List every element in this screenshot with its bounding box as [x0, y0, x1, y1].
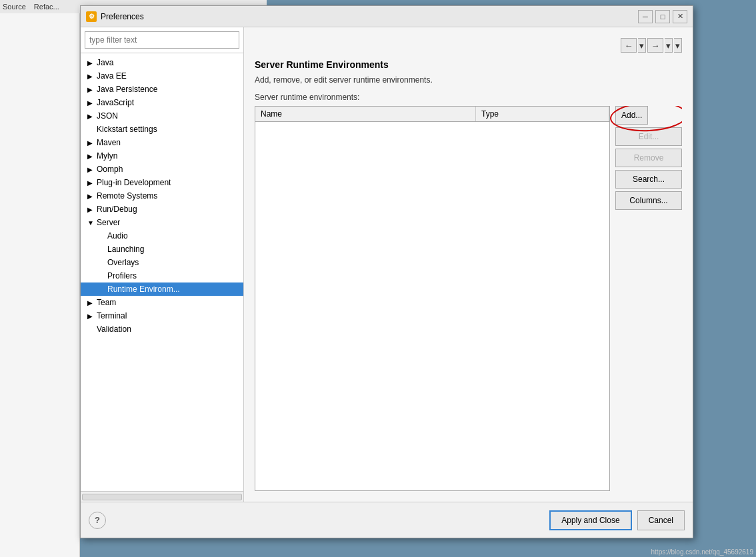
tree-item-label: Java: [97, 58, 113, 67]
tree-arrow-icon: ▶: [87, 206, 94, 213]
tree-arrow-icon: ▶: [87, 193, 94, 200]
section-description: Add, remove, or edit server runtime envi…: [255, 75, 682, 85]
tree-arrow-icon: ▶: [87, 99, 94, 107]
tree-item[interactable]: ▶Team: [81, 296, 243, 309]
tree-arrow-icon: [98, 233, 105, 240]
tree-item[interactable]: ▶Plug-in Development: [81, 176, 243, 189]
table-and-buttons-area: Name Type Add... Edit... Remove Search..…: [255, 106, 682, 491]
tree-item[interactable]: ▶Java Persistence: [81, 83, 243, 96]
tree-item[interactable]: Kickstart settings: [81, 123, 243, 136]
add-button[interactable]: Add...: [615, 106, 648, 125]
tree-arrow-icon: ▶: [87, 59, 94, 67]
tree-arrow-icon: ▶: [87, 73, 94, 80]
tree-arrow-icon: [98, 286, 105, 293]
menu-dropdown[interactable]: ▾: [674, 38, 682, 53]
menu-refac: Refac...: [34, 3, 59, 11]
table-body: [255, 122, 609, 490]
tree-arrow-icon: ▶: [87, 113, 94, 120]
add-btn-wrap: Add...: [615, 106, 682, 125]
forward-button[interactable]: →: [647, 38, 663, 53]
url-watermark: https://blog.csdn.net/qq_45692619: [649, 547, 756, 557]
tree-arrow-icon: [87, 126, 94, 133]
right-panel: ← ▾ → ▾ ▾ Server Runtime Environments Ad…: [244, 27, 693, 502]
tree-arrow-icon: [98, 273, 105, 280]
tree-item-label: Remote Systems: [97, 191, 157, 201]
tree-item-label: Java EE: [97, 71, 127, 81]
tree-item[interactable]: ▶Run/Debug: [81, 203, 243, 216]
tree-arrow-icon: ▶: [87, 299, 94, 306]
tree-item[interactable]: ▼Server: [81, 216, 243, 229]
remove-button[interactable]: Remove: [615, 149, 682, 167]
tree-arrow-icon: [98, 246, 105, 253]
tree-arrow-icon: ▼: [87, 219, 94, 227]
footer-left: ?: [89, 512, 106, 529]
tree-item-label: Run/Debug: [97, 205, 137, 214]
filter-input-wrap: [81, 27, 243, 53]
tree-item-label: Validation: [97, 324, 131, 334]
dialog-body: ▶Java▶Java EE▶Java Persistence▶JavaScrip…: [81, 27, 693, 502]
edit-button[interactable]: Edit...: [615, 127, 682, 146]
help-button[interactable]: ?: [89, 512, 106, 529]
tree-item[interactable]: Profilers: [81, 269, 243, 282]
right-toolbar: ← ▾ → ▾ ▾: [255, 38, 682, 53]
tree-item[interactable]: ▶JavaScript: [81, 96, 243, 109]
tree-item-label: Launching: [107, 245, 144, 254]
table-header: Name Type: [255, 107, 609, 122]
forward-dropdown[interactable]: ▾: [665, 38, 673, 53]
tree-arrow-icon: ▶: [87, 179, 94, 187]
tree-item-label: Server: [97, 218, 120, 227]
back-dropdown[interactable]: ▾: [638, 38, 646, 53]
tree-item[interactable]: Overlays: [81, 256, 243, 269]
tree-item[interactable]: ▶Java: [81, 56, 243, 69]
tree-item[interactable]: ▶Terminal: [81, 309, 243, 322]
cancel-button[interactable]: Cancel: [637, 510, 685, 530]
ide-background: [0, 0, 80, 557]
tree-arrow-icon: ▶: [87, 86, 94, 93]
tree-item[interactable]: Validation: [81, 322, 243, 336]
tree-item-label: Mylyn: [97, 151, 117, 161]
left-horizontal-scrollbar[interactable]: [81, 491, 243, 502]
columns-button[interactable]: Columns...: [615, 191, 682, 210]
filter-input[interactable]: [85, 31, 239, 49]
tree-item[interactable]: ▶Maven: [81, 136, 243, 149]
window-controls: ─ □ ✕: [638, 10, 687, 23]
dialog-titlebar: ⚙ Preferences ─ □ ✕: [81, 6, 693, 27]
tree-item-label: JavaScript: [97, 98, 134, 107]
section-title: Server Runtime Environments: [255, 59, 682, 70]
apply-close-button[interactable]: Apply and Close: [549, 510, 631, 530]
tree-item-label: Kickstart settings: [97, 125, 157, 134]
minimize-button[interactable]: ─: [638, 10, 653, 23]
tree-area: ▶Java▶Java EE▶Java Persistence▶JavaScrip…: [81, 53, 243, 491]
search-button[interactable]: Search...: [615, 170, 682, 189]
close-button[interactable]: ✕: [673, 10, 687, 23]
tree-arrow-icon: [87, 326, 94, 333]
environments-table: Name Type: [255, 106, 610, 491]
tree-item[interactable]: ▶Mylyn: [81, 149, 243, 163]
table-label: Server runtime environments:: [255, 93, 682, 102]
menu-source: Source: [3, 3, 26, 11]
side-buttons: Add... Edit... Remove Search... Columns.…: [615, 106, 682, 491]
tree-item-label: Terminal: [97, 311, 127, 320]
tree-item-label: Plug-in Development: [97, 178, 171, 187]
tree-item[interactable]: ▶Remote Systems: [81, 189, 243, 203]
col-type: Type: [476, 107, 609, 121]
tree-item[interactable]: Audio: [81, 229, 243, 243]
restore-button[interactable]: □: [655, 10, 670, 23]
tree-arrow-icon: ▶: [87, 139, 94, 147]
back-button[interactable]: ←: [621, 38, 637, 53]
tree-item[interactable]: ▶Oomph: [81, 163, 243, 176]
h-scrollbar-track[interactable]: [82, 494, 242, 500]
tree-item-label: Team: [97, 298, 116, 307]
tree-arrow-icon: [98, 259, 105, 267]
tree-item[interactable]: ▶JSON: [81, 109, 243, 123]
tree-item-label: Oomph: [97, 165, 123, 174]
footer-right: Apply and Close Cancel: [549, 510, 685, 530]
tree-item[interactable]: Launching: [81, 243, 243, 256]
tree-item-label: Audio: [107, 231, 128, 241]
tree-item[interactable]: Runtime Environm...: [81, 282, 243, 296]
tree-item[interactable]: ▶Java EE: [81, 69, 243, 83]
col-name: Name: [255, 107, 476, 121]
tree-arrow-icon: ▶: [87, 166, 94, 173]
tree-item-label: Runtime Environm...: [107, 284, 180, 294]
dialog-footer: ? Apply and Close Cancel: [81, 502, 693, 538]
